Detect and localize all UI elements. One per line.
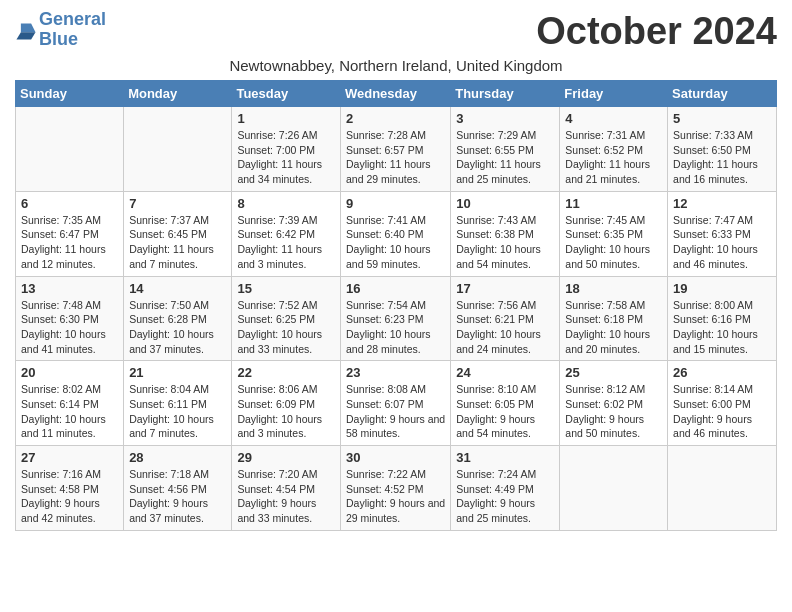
month-title: October 2024 xyxy=(536,10,777,53)
day-number: 7 xyxy=(129,196,226,211)
calendar-cell: 16Sunrise: 7:54 AM Sunset: 6:23 PM Dayli… xyxy=(340,276,450,361)
day-number: 9 xyxy=(346,196,445,211)
calendar-cell: 6Sunrise: 7:35 AM Sunset: 6:47 PM Daylig… xyxy=(16,191,124,276)
calendar-cell: 14Sunrise: 7:50 AM Sunset: 6:28 PM Dayli… xyxy=(124,276,232,361)
day-number: 2 xyxy=(346,111,445,126)
day-info: Sunrise: 7:20 AM Sunset: 4:54 PM Dayligh… xyxy=(237,467,335,526)
calendar-week-row: 6Sunrise: 7:35 AM Sunset: 6:47 PM Daylig… xyxy=(16,191,777,276)
day-number: 18 xyxy=(565,281,662,296)
day-number: 27 xyxy=(21,450,118,465)
day-info: Sunrise: 7:47 AM Sunset: 6:33 PM Dayligh… xyxy=(673,213,771,272)
day-number: 4 xyxy=(565,111,662,126)
day-info: Sunrise: 8:14 AM Sunset: 6:00 PM Dayligh… xyxy=(673,382,771,441)
calendar-cell: 30Sunrise: 7:22 AM Sunset: 4:52 PM Dayli… xyxy=(340,446,450,531)
calendar-table: SundayMondayTuesdayWednesdayThursdayFrid… xyxy=(15,80,777,531)
day-number: 23 xyxy=(346,365,445,380)
day-number: 22 xyxy=(237,365,335,380)
day-number: 20 xyxy=(21,365,118,380)
calendar-cell: 20Sunrise: 8:02 AM Sunset: 6:14 PM Dayli… xyxy=(16,361,124,446)
calendar-cell: 22Sunrise: 8:06 AM Sunset: 6:09 PM Dayli… xyxy=(232,361,341,446)
calendar-cell: 24Sunrise: 8:10 AM Sunset: 6:05 PM Dayli… xyxy=(451,361,560,446)
day-info: Sunrise: 7:54 AM Sunset: 6:23 PM Dayligh… xyxy=(346,298,445,357)
calendar-cell: 10Sunrise: 7:43 AM Sunset: 6:38 PM Dayli… xyxy=(451,191,560,276)
day-info: Sunrise: 7:58 AM Sunset: 6:18 PM Dayligh… xyxy=(565,298,662,357)
day-number: 24 xyxy=(456,365,554,380)
day-info: Sunrise: 7:39 AM Sunset: 6:42 PM Dayligh… xyxy=(237,213,335,272)
calendar-cell: 8Sunrise: 7:39 AM Sunset: 6:42 PM Daylig… xyxy=(232,191,341,276)
day-number: 3 xyxy=(456,111,554,126)
day-number: 16 xyxy=(346,281,445,296)
day-number: 26 xyxy=(673,365,771,380)
day-number: 31 xyxy=(456,450,554,465)
svg-marker-1 xyxy=(16,32,35,39)
day-number: 12 xyxy=(673,196,771,211)
day-number: 30 xyxy=(346,450,445,465)
location: Newtownabbey, Northern Ireland, United K… xyxy=(15,57,777,74)
day-number: 6 xyxy=(21,196,118,211)
day-number: 19 xyxy=(673,281,771,296)
calendar-cell: 3Sunrise: 7:29 AM Sunset: 6:55 PM Daylig… xyxy=(451,107,560,192)
day-info: Sunrise: 7:48 AM Sunset: 6:30 PM Dayligh… xyxy=(21,298,118,357)
calendar-cell: 18Sunrise: 7:58 AM Sunset: 6:18 PM Dayli… xyxy=(560,276,668,361)
day-info: Sunrise: 8:02 AM Sunset: 6:14 PM Dayligh… xyxy=(21,382,118,441)
day-number: 28 xyxy=(129,450,226,465)
day-number: 8 xyxy=(237,196,335,211)
weekday-header: Wednesday xyxy=(340,81,450,107)
calendar-cell: 9Sunrise: 7:41 AM Sunset: 6:40 PM Daylig… xyxy=(340,191,450,276)
day-info: Sunrise: 7:29 AM Sunset: 6:55 PM Dayligh… xyxy=(456,128,554,187)
calendar-week-row: 1Sunrise: 7:26 AM Sunset: 7:00 PM Daylig… xyxy=(16,107,777,192)
day-info: Sunrise: 8:04 AM Sunset: 6:11 PM Dayligh… xyxy=(129,382,226,441)
calendar-cell: 13Sunrise: 7:48 AM Sunset: 6:30 PM Dayli… xyxy=(16,276,124,361)
calendar-cell xyxy=(124,107,232,192)
day-info: Sunrise: 7:18 AM Sunset: 4:56 PM Dayligh… xyxy=(129,467,226,526)
weekday-header: Saturday xyxy=(668,81,777,107)
logo-line1: General xyxy=(39,9,106,29)
day-info: Sunrise: 7:35 AM Sunset: 6:47 PM Dayligh… xyxy=(21,213,118,272)
calendar-cell: 11Sunrise: 7:45 AM Sunset: 6:35 PM Dayli… xyxy=(560,191,668,276)
day-number: 5 xyxy=(673,111,771,126)
header: General Blue October 2024 xyxy=(15,10,777,53)
calendar-cell: 12Sunrise: 7:47 AM Sunset: 6:33 PM Dayli… xyxy=(668,191,777,276)
day-info: Sunrise: 7:26 AM Sunset: 7:00 PM Dayligh… xyxy=(237,128,335,187)
calendar-cell: 17Sunrise: 7:56 AM Sunset: 6:21 PM Dayli… xyxy=(451,276,560,361)
calendar-cell: 28Sunrise: 7:18 AM Sunset: 4:56 PM Dayli… xyxy=(124,446,232,531)
page-container: General Blue October 2024 Newtownabbey, … xyxy=(0,0,792,541)
logo-text: General Blue xyxy=(39,10,106,50)
calendar-cell xyxy=(668,446,777,531)
day-info: Sunrise: 7:16 AM Sunset: 4:58 PM Dayligh… xyxy=(21,467,118,526)
calendar-cell: 21Sunrise: 8:04 AM Sunset: 6:11 PM Dayli… xyxy=(124,361,232,446)
weekday-header: Thursday xyxy=(451,81,560,107)
calendar-cell: 29Sunrise: 7:20 AM Sunset: 4:54 PM Dayli… xyxy=(232,446,341,531)
logo-icon xyxy=(15,19,37,41)
day-number: 11 xyxy=(565,196,662,211)
calendar-cell: 19Sunrise: 8:00 AM Sunset: 6:16 PM Dayli… xyxy=(668,276,777,361)
calendar-week-row: 20Sunrise: 8:02 AM Sunset: 6:14 PM Dayli… xyxy=(16,361,777,446)
day-info: Sunrise: 7:31 AM Sunset: 6:52 PM Dayligh… xyxy=(565,128,662,187)
day-info: Sunrise: 7:41 AM Sunset: 6:40 PM Dayligh… xyxy=(346,213,445,272)
calendar-cell: 27Sunrise: 7:16 AM Sunset: 4:58 PM Dayli… xyxy=(16,446,124,531)
day-info: Sunrise: 8:10 AM Sunset: 6:05 PM Dayligh… xyxy=(456,382,554,441)
day-info: Sunrise: 7:28 AM Sunset: 6:57 PM Dayligh… xyxy=(346,128,445,187)
calendar-cell: 2Sunrise: 7:28 AM Sunset: 6:57 PM Daylig… xyxy=(340,107,450,192)
day-info: Sunrise: 7:22 AM Sunset: 4:52 PM Dayligh… xyxy=(346,467,445,526)
day-info: Sunrise: 7:43 AM Sunset: 6:38 PM Dayligh… xyxy=(456,213,554,272)
logo-line2: Blue xyxy=(39,29,78,49)
calendar-cell: 31Sunrise: 7:24 AM Sunset: 4:49 PM Dayli… xyxy=(451,446,560,531)
day-info: Sunrise: 8:06 AM Sunset: 6:09 PM Dayligh… xyxy=(237,382,335,441)
calendar-week-row: 27Sunrise: 7:16 AM Sunset: 4:58 PM Dayli… xyxy=(16,446,777,531)
day-number: 29 xyxy=(237,450,335,465)
day-info: Sunrise: 7:52 AM Sunset: 6:25 PM Dayligh… xyxy=(237,298,335,357)
day-number: 13 xyxy=(21,281,118,296)
calendar-cell: 23Sunrise: 8:08 AM Sunset: 6:07 PM Dayli… xyxy=(340,361,450,446)
logo: General Blue xyxy=(15,10,106,50)
day-info: Sunrise: 7:50 AM Sunset: 6:28 PM Dayligh… xyxy=(129,298,226,357)
day-info: Sunrise: 7:45 AM Sunset: 6:35 PM Dayligh… xyxy=(565,213,662,272)
day-number: 15 xyxy=(237,281,335,296)
weekday-header-row: SundayMondayTuesdayWednesdayThursdayFrid… xyxy=(16,81,777,107)
day-info: Sunrise: 8:08 AM Sunset: 6:07 PM Dayligh… xyxy=(346,382,445,441)
day-info: Sunrise: 7:37 AM Sunset: 6:45 PM Dayligh… xyxy=(129,213,226,272)
day-number: 14 xyxy=(129,281,226,296)
calendar-cell xyxy=(560,446,668,531)
calendar-cell: 25Sunrise: 8:12 AM Sunset: 6:02 PM Dayli… xyxy=(560,361,668,446)
svg-marker-0 xyxy=(21,23,36,32)
